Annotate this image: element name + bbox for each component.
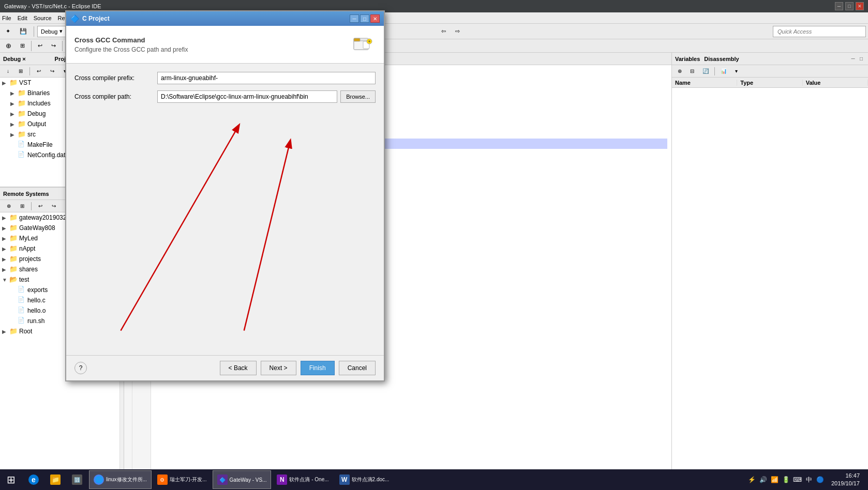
taskbar-onenote[interactable]: N 软件点滴 - One... [272, 470, 333, 489]
toolbar2-btn3[interactable]: ↩ [34, 40, 46, 52]
time-display: 16:47 [831, 472, 860, 480]
tray-icon-5[interactable]: ⌨ [793, 475, 802, 484]
window-title: Gateway - VST/src/Net.c - Eclipse IDE [4, 3, 101, 9]
var-tabs: Variables Disassembly [675, 56, 739, 62]
taskbar-chrome[interactable]: 🌐 linux修改文件所... [89, 470, 152, 489]
proj-sep [29, 67, 30, 75]
var-tb4[interactable]: 📊 [717, 67, 730, 76]
variables-tab[interactable]: Variables [675, 56, 700, 62]
debug-tab-label[interactable]: Debug × [3, 56, 26, 62]
gw1-arrow: ▶ [2, 215, 9, 221]
tray-icon-7[interactable]: 🔵 [816, 475, 825, 484]
taskbar-explorer[interactable]: 📁 [46, 470, 66, 489]
menu-edit[interactable]: Edit [18, 15, 27, 21]
vst-arrow: ▶ [2, 80, 9, 86]
var-minimize[interactable]: ─ [849, 55, 857, 63]
taskbar-terminal[interactable]: ⚙ 瑞士军刀-开发... [153, 470, 212, 489]
terminal-label: 瑞士军刀-开发... [170, 476, 207, 483]
taskbar-gateway[interactable]: 🔷 GateWay - VS... [213, 470, 272, 489]
sep2-2 [62, 41, 63, 51]
menu-source[interactable]: Source [34, 15, 52, 21]
dialog-step-title: Cross GCC Command [74, 36, 351, 44]
dialog-step-subtitle: Configure the Cross GCC path and prefix [74, 46, 351, 53]
output-icon: 📁 [18, 120, 26, 128]
taskbar-calc[interactable]: 🔢 [67, 470, 88, 489]
nappt-arrow: ▶ [2, 246, 9, 252]
rem-tb2[interactable]: ⊞ [17, 202, 28, 211]
output-arrow: ▶ [10, 121, 18, 127]
tray-icon-6[interactable]: 中 [804, 475, 814, 484]
var-sep [714, 67, 715, 75]
help-btn[interactable]: ? [74, 362, 87, 374]
browse-btn[interactable]: Browse... [340, 90, 376, 103]
proj-tb1[interactable]: ↓ [3, 67, 13, 76]
makefile-icon: 📄 [18, 141, 26, 149]
toolbar2-btn1[interactable]: ⊕ [2, 40, 15, 52]
myled-label: MyLed [19, 235, 38, 242]
taskbar-word[interactable]: W 软件点滴2.doc... [335, 470, 394, 489]
onenote-label: 软件点滴 - One... [289, 476, 328, 483]
proj-tb2[interactable]: ⊞ [15, 67, 26, 76]
toolbar2-btn2[interactable]: ⊞ [17, 40, 28, 52]
word-label: 软件点滴2.doc... [352, 476, 390, 483]
path-input[interactable] [157, 90, 337, 103]
toolbar-btn-extra2[interactable]: ⇨ [452, 25, 463, 38]
taskbar-time: 16:47 2019/10/17 [827, 472, 864, 488]
projects-label: projects [19, 255, 41, 263]
red-arrows [74, 109, 376, 347]
toolbar-btn-extra1[interactable]: ⇦ [438, 25, 450, 38]
next-btn[interactable]: Next > [261, 361, 296, 375]
debug-folder-label: Debug [27, 110, 46, 117]
gateway-icon: 🔷 [217, 474, 228, 485]
rem-tb4[interactable]: ↪ [48, 202, 59, 211]
dialog-arrow-area [74, 109, 376, 347]
disassembly-tab[interactable]: Disassembly [704, 56, 739, 62]
new-btn[interactable]: ✦ [2, 25, 14, 38]
var-maximize[interactable]: □ [858, 55, 865, 63]
tray-icon-1[interactable]: ⚡ [747, 475, 757, 484]
value-col-header: Value [803, 80, 868, 86]
rem-tb3[interactable]: ↩ [35, 202, 46, 211]
dialog-minimize-btn[interactable]: ─ [350, 14, 359, 23]
dialog-header: Cross GCC Command Configure the Cross GC… [66, 26, 384, 64]
sep2-1 [31, 41, 32, 51]
var-tb2[interactable]: ⊟ [686, 67, 698, 76]
maximize-btn[interactable]: □ [845, 2, 854, 10]
minimize-btn[interactable]: ─ [835, 2, 843, 10]
right-panel: Variables Disassembly ─ □ ⊕ ⊟ 🔄 📊 ▾ [671, 53, 868, 479]
toolbar2-btn4[interactable]: ↪ [48, 40, 59, 52]
taskbar-ie[interactable]: e [24, 470, 44, 489]
finish-btn[interactable]: Finish [301, 361, 335, 375]
chrome-label: linux修改文件所... [106, 476, 147, 483]
svg-rect-2 [354, 38, 360, 41]
debug-dropdown[interactable]: Debug ▾ [37, 26, 66, 37]
start-button[interactable]: ⊞ [2, 470, 23, 489]
proj-tb3[interactable]: ↩ [33, 67, 44, 76]
var-tb1[interactable]: ⊕ [674, 67, 685, 76]
quick-access-input[interactable] [773, 26, 866, 37]
cancel-btn[interactable]: Cancel [339, 361, 376, 375]
remote-tab-label[interactable]: Remote Systems [3, 191, 49, 197]
helloo-icon: 📄 [18, 307, 26, 315]
tray-icon-3[interactable]: 📶 [770, 475, 780, 484]
prefix-input[interactable] [157, 72, 376, 84]
svg-line-10 [244, 141, 290, 330]
debug-label: Debug [41, 28, 57, 35]
gw1-icon: 📁 [9, 213, 18, 222]
tray-icon-2[interactable]: 🔊 [759, 475, 768, 484]
src-arrow: ▶ [10, 132, 18, 137]
menu-file[interactable]: File [2, 15, 11, 21]
proj-tb4[interactable]: ↪ [47, 67, 58, 76]
var-tb3[interactable]: 🔄 [699, 67, 712, 76]
var-tb5[interactable]: ▾ [731, 67, 741, 76]
rem-tb1[interactable]: ⊕ [3, 202, 14, 211]
save-btn[interactable]: 💾 [16, 25, 31, 38]
tray-icon-4[interactable]: 🔋 [782, 475, 791, 484]
prefix-field: Cross compiler prefix: [74, 72, 376, 84]
test-icon: 📂 [9, 275, 18, 284]
back-btn[interactable]: < Back [220, 361, 257, 375]
dialog-restore-btn[interactable]: □ [360, 14, 369, 23]
runsh-icon: 📄 [18, 317, 26, 325]
close-btn[interactable]: ✕ [856, 2, 864, 10]
dialog-close-btn[interactable]: ✕ [370, 14, 380, 23]
